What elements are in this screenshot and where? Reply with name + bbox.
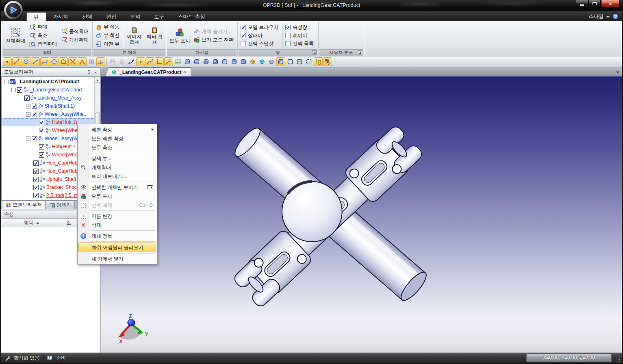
cube-grey-icon[interactable] (267, 57, 276, 66)
menu-item-show-only-selected[interactable]: 선택한 개체만 보이기 F7 (78, 183, 157, 192)
zoom-out-button[interactable]: 축소 (28, 31, 59, 40)
checkbox-status-bar[interactable]: 상태바 (239, 32, 282, 40)
menu-item-export-tree[interactable]: 트리 내보내기... (78, 172, 157, 181)
cube-cyan-icon[interactable] (258, 57, 267, 66)
visibility-checkbox[interactable] (33, 169, 39, 174)
menu-item-expand-all-levels[interactable]: 모든 레벨 확장 (78, 134, 157, 143)
menu-item-load-sub-assembly[interactable]: 하위 어셈블리 불러오기 (78, 243, 156, 252)
point-icon[interactable] (3, 57, 12, 66)
collapse-icon[interactable]: − (26, 136, 30, 141)
app-logo-button[interactable] (4, 1, 23, 20)
visibility-checkbox[interactable] (33, 193, 39, 198)
tab-select[interactable]: 선택 (75, 12, 99, 21)
tab-model-browser[interactable]: 모델브라우저 (2, 200, 46, 209)
viewport-3d[interactable]: X Y Z (101, 77, 622, 353)
visibility-checkbox[interactable] (32, 136, 37, 141)
group-expander-icon[interactable]: ◢ (358, 50, 362, 55)
point-box-icon[interactable] (87, 57, 96, 66)
cube-shaded-7-icon[interactable] (239, 57, 248, 66)
expand-icon[interactable]: + (26, 104, 30, 108)
cross-lines-icon[interactable] (68, 57, 77, 66)
tab-list-dropdown-icon[interactable] (616, 72, 619, 73)
tab-view[interactable]: 뷰 (26, 12, 46, 21)
visibility-checkbox[interactable] (39, 120, 44, 125)
segment-icon[interactable] (31, 57, 40, 66)
tab-analysis[interactable]: 분석 (123, 12, 147, 21)
menu-item-rename[interactable]: I 이름 변경 (78, 212, 157, 221)
line-icon[interactable] (12, 57, 21, 66)
visibility-checkbox[interactable] (39, 144, 44, 150)
cube-gold-icon[interactable] (248, 57, 257, 66)
menu-item-open-in-new-window[interactable]: 새 창에서 열기 (78, 254, 157, 263)
pin-icon[interactable] (86, 69, 92, 75)
document-tab[interactable]: _LandingGear.CATProduct × (105, 67, 191, 76)
menu-item-object-info[interactable]: i 개체 정보 (78, 232, 157, 240)
rotate-view-button[interactable]: 뷰 회전 (94, 31, 122, 40)
visibility-checkbox[interactable] (17, 87, 22, 93)
menu-item-detail-view[interactable]: 상세 뷰... (78, 154, 157, 163)
scroll-up-icon[interactable]: ▲ (95, 77, 100, 83)
cube-shaded-4-icon[interactable] (211, 57, 220, 66)
zoom-object-button[interactable]: 개체확대 (59, 36, 91, 44)
zoom-in-button[interactable]: 확대 (28, 23, 59, 31)
toggle-view-mode-button[interactable]: 보기 모드 전환 (192, 36, 236, 44)
flip-arrow-icon[interactable] (127, 57, 136, 66)
resize-grip[interactable] (616, 357, 621, 362)
minimize-button[interactable] (576, 0, 588, 8)
checkbox-layer[interactable]: 레이어 (284, 32, 317, 40)
circle-center-icon[interactable] (22, 57, 30, 66)
checkbox-selection-list[interactable]: 선택 목록 (284, 40, 317, 48)
cube-wire-1-icon[interactable] (286, 57, 295, 66)
image-plane-icon[interactable] (174, 57, 182, 66)
tree-item-assembly[interactable]: − _LandingGear.CATProd... (2, 86, 94, 94)
point-small-icon[interactable] (136, 57, 145, 66)
menu-item-delete[interactable]: ✕ 삭제 (78, 221, 157, 230)
visibility-checkbox[interactable] (32, 112, 37, 117)
tab-close-icon[interactable]: × (184, 69, 187, 75)
pan-view-button[interactable]: 뷰 이동 (94, 23, 122, 31)
checkbox-properties-window[interactable]: 속성창 (284, 24, 317, 32)
corner-axis-icon[interactable] (155, 57, 164, 66)
panel-close-icon[interactable]: × (92, 69, 99, 75)
axis-icon[interactable] (96, 57, 105, 66)
cube-wire-active-icon[interactable] (276, 57, 285, 66)
visibility-checkbox[interactable] (32, 104, 37, 109)
cube-shaded-6-icon[interactable] (230, 57, 239, 66)
image-capture-button[interactable]: 이미지 캡쳐 (124, 22, 144, 49)
cube-wire-3-icon[interactable] (304, 57, 313, 66)
menu-item-collapse-all[interactable]: 모두 축소 (78, 143, 157, 152)
menu-item-expand-level[interactable]: 레벨 확장 (78, 125, 157, 134)
show-all-button[interactable]: 모두 표시 (167, 22, 192, 49)
vector-capture-button[interactable]: 벡터 캡쳐 (144, 22, 165, 49)
tree-item-assembly[interactable]: + Shaft(Shaft.1) (2, 102, 94, 110)
cube-shaded-1-icon[interactable] (183, 57, 192, 66)
visibility-checkbox[interactable] (39, 152, 44, 158)
visibility-checkbox[interactable] (33, 185, 39, 190)
collapse-icon[interactable]: − (11, 88, 16, 92)
zoom-area-button[interactable]: 영역확대 (28, 40, 59, 48)
cube-shaded-3-icon[interactable] (202, 57, 211, 66)
tree-item-root[interactable]: − _LandingGear.CATProduct (2, 78, 94, 86)
column-header-item[interactable]: 항목 (1, 219, 62, 227)
collapse-icon[interactable]: − (19, 96, 23, 100)
tree-display-icon[interactable] (314, 57, 323, 66)
tab-visualization[interactable]: 가시화 (46, 12, 76, 21)
menu-item-show-all[interactable]: 모두 표시 (78, 192, 157, 201)
group-expander-icon[interactable]: ◢ (312, 50, 317, 55)
angle-lines-icon[interactable] (78, 57, 87, 66)
previous-view-button[interactable]: 이전 뷰 (94, 40, 122, 48)
tab-edit[interactable]: 편집 (99, 12, 123, 21)
collapse-icon[interactable]: − (26, 112, 30, 117)
menu-item-zoom-object[interactable]: 개체확대 (78, 163, 157, 172)
tree-item-assembly[interactable]: − Landing_Gear_Assy (2, 94, 94, 102)
ellipse-nodes-icon[interactable] (50, 57, 59, 66)
pick-filter-icon[interactable] (323, 57, 332, 66)
style-menu[interactable]: 스타일 (589, 13, 603, 20)
circle-nodes-icon[interactable] (59, 57, 68, 66)
checkbox-selection-snapshot[interactable]: 선택 스냅샷 (239, 40, 282, 48)
cube-shaded-5-icon[interactable] (220, 57, 229, 66)
cube-wire-2-icon[interactable] (295, 57, 304, 66)
spline-icon[interactable] (40, 57, 49, 66)
maximize-button[interactable] (588, 0, 601, 8)
dynamic-zoom-button[interactable]: 동적확대 (59, 27, 91, 36)
